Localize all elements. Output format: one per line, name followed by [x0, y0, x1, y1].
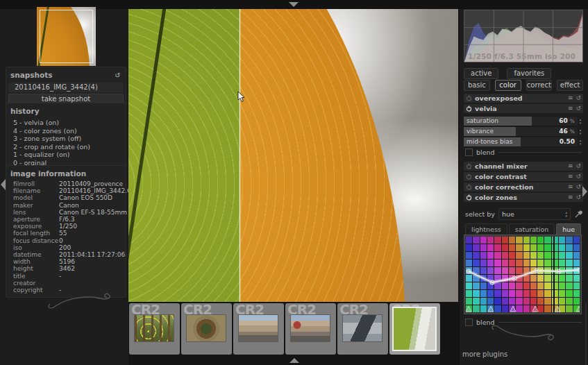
power-icon[interactable]: [466, 95, 472, 101]
info-value: 200: [59, 244, 71, 251]
power-icon[interactable]: [466, 184, 472, 190]
histogram[interactable]: 1/250 f/6.3 55mm iso 200: [464, 10, 583, 62]
reset-icon[interactable]: ↺: [576, 105, 581, 112]
reset-icon[interactable]: ↺: [576, 95, 581, 101]
reset-icon[interactable]: ↺: [576, 184, 581, 190]
snapshot-leaf-image: [128, 9, 240, 302]
history-item[interactable]: 3 - zone system (off): [13, 135, 124, 143]
filmstrip-thumbnail-1[interactable]: CR2: [129, 303, 180, 355]
tab-effect[interactable]: effect: [557, 80, 583, 91]
reset-icon[interactable]: ↺: [576, 173, 581, 180]
info-label: creator: [13, 280, 59, 287]
info-value: F/6.3: [59, 216, 75, 223]
navigation-thumbnail[interactable]: [37, 7, 96, 66]
presets-icon[interactable]: ≡: [568, 194, 573, 201]
filmstrip-thumbnail-3[interactable]: CR2: [233, 303, 284, 355]
right-panel-scrollbar[interactable]: [585, 303, 587, 365]
navigation-viewport-frame[interactable]: [40, 10, 93, 63]
info-label: exposure: [13, 223, 59, 230]
slider-stepper[interactable]: ▴▾: [578, 117, 583, 126]
power-icon[interactable]: [466, 163, 472, 169]
slider-stepper[interactable]: ▴▾: [578, 137, 583, 146]
left-panel: snapshots ↺ 20110416_IMG_3442(4) take sn…: [0, 9, 128, 365]
right-panel-flourish: [484, 320, 564, 343]
history-item[interactable]: 2 - crop and rotate (on): [13, 143, 124, 151]
history-item[interactable]: 5 - velvia (on): [13, 119, 124, 127]
snapshot-split-line[interactable]: [240, 9, 240, 302]
info-row: apertureF/6.3: [13, 216, 124, 223]
presets-icon[interactable]: ≡: [568, 163, 573, 169]
color-zones-channel-tabs: lightness saturation hue: [465, 223, 583, 235]
info-row: modelCanon EOS 550D: [13, 194, 124, 201]
power-icon[interactable]: [466, 105, 472, 112]
reset-icon[interactable]: ↺: [576, 163, 581, 169]
power-icon[interactable]: [466, 173, 472, 180]
darktable-darkroom-window: snapshots ↺ 20110416_IMG_3442(4) take sn…: [0, 0, 588, 365]
tab-saturation[interactable]: saturation: [509, 223, 555, 235]
module-header-channel-mixer[interactable]: channel mixer ≡ ↺: [464, 162, 583, 171]
info-row: title-: [13, 273, 124, 280]
tab-basic[interactable]: basic: [464, 80, 490, 91]
info-label: filename: [13, 187, 59, 194]
presets-icon[interactable]: ≡: [568, 95, 573, 101]
slider-stepper[interactable]: ▴▾: [578, 127, 583, 136]
reset-icon[interactable]: ↺: [576, 194, 581, 201]
thumbnail-image: [291, 315, 330, 341]
tab-color[interactable]: color: [495, 80, 521, 91]
module-name: channel mixer: [475, 162, 565, 170]
select-by-dropdown[interactable]: hue ▴▾: [498, 208, 571, 220]
curve-marker-icon: [510, 306, 516, 312]
module-header-color-zones[interactable]: color zones ≡ ↺: [464, 193, 583, 202]
presets-icon[interactable]: ≡: [568, 173, 573, 180]
snapshot-item[interactable]: 20110416_IMG_3442(4): [8, 83, 124, 92]
main-image-canvas[interactable]: [128, 9, 458, 302]
module-name: velvia: [475, 105, 565, 112]
snapshots-title: snapshots: [10, 71, 53, 79]
info-value: Canon EOS 550D: [59, 194, 112, 201]
tab-hue[interactable]: hue: [556, 223, 581, 235]
presets-icon[interactable]: ≡: [568, 184, 573, 190]
expand-bottom-panel-arrow-icon[interactable]: [289, 358, 299, 363]
curve-marker-icon: [466, 306, 471, 312]
module-name: overexposed: [475, 94, 565, 102]
filmstrip-thumbnail-6[interactable]: CR2: [389, 303, 440, 355]
filmstrip-thumbnail-4[interactable]: CR2: [285, 303, 336, 355]
tab-favorites[interactable]: favorites: [507, 68, 551, 79]
history-item[interactable]: 4 - color zones (on): [13, 127, 124, 135]
power-icon[interactable]: [466, 194, 472, 201]
collapse-left-panel-arrow-icon[interactable]: [1, 179, 6, 190]
history-item[interactable]: 1 - equalizer (on): [13, 151, 124, 159]
expand-right-panel-arrow-icon[interactable]: [582, 186, 587, 197]
info-row: filename20110416_IMG_3442.CR2: [13, 187, 124, 194]
filmstrip-thumbnail-5[interactable]: CR2: [337, 303, 388, 355]
module-header-overexposed[interactable]: overexposed ≡ ↺: [464, 94, 583, 103]
mid-tones-bias-slider[interactable]: mid-tones bias 0.50: [464, 137, 578, 146]
expand-top-panel-arrow-icon[interactable]: [289, 2, 299, 7]
tab-active[interactable]: active: [464, 68, 498, 79]
presets-icon[interactable]: ≡: [568, 105, 573, 112]
more-plugins-link[interactable]: more plugins: [462, 350, 507, 358]
velvia-module-body: saturation 60 % ▴▾ vibrance 46 % ▴▾: [464, 114, 583, 162]
color-picker-icon[interactable]: [574, 210, 583, 219]
vibrance-slider[interactable]: vibrance 46 %: [464, 127, 578, 136]
tab-correct[interactable]: correct: [526, 80, 553, 91]
saturation-slider[interactable]: saturation 60 %: [464, 117, 578, 126]
color-zones-curve-editor[interactable]: [464, 235, 582, 314]
module-header-velvia[interactable]: velvia ≡ ↺: [464, 104, 583, 113]
slider-label: saturation: [467, 117, 498, 124]
thumbnail-image: [187, 315, 226, 341]
module-header-color-correction[interactable]: color correction ≡ ↺: [464, 182, 583, 192]
filmstrip-thumbnail-2[interactable]: CR2: [181, 303, 232, 355]
snapshots-reset-icon[interactable]: ↺: [114, 71, 121, 79]
left-panel-flourish: [40, 289, 120, 312]
module-stack: overexposed ≡ ↺ velvia ≡ ↺ saturation 60…: [464, 94, 583, 332]
slider-label: vibrance: [467, 128, 494, 135]
info-label: width: [13, 258, 59, 265]
tab-lightness[interactable]: lightness: [465, 223, 507, 235]
velvia-blend-checkbox[interactable]: [465, 148, 473, 156]
info-value: 20110416_IMG_3442.CR2: [59, 187, 140, 194]
module-header-color-contrast[interactable]: color contrast ≡ ↺: [464, 172, 583, 181]
curve-marker-icon: [488, 306, 494, 312]
info-row: focus distance0: [13, 237, 124, 244]
color-zones-blend-checkbox[interactable]: [465, 319, 473, 326]
